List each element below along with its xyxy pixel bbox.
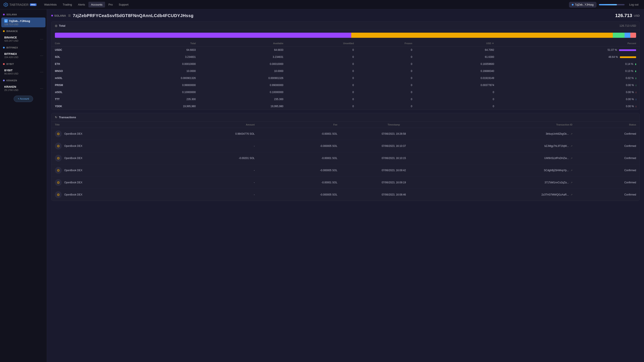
logout-button[interactable]: Log out bbox=[627, 2, 640, 7]
percent-bar bbox=[635, 70, 636, 72]
percent-bar bbox=[636, 77, 636, 79]
table-row: YDDK 19,995,980 19,995,980 0 0 0 0.00 % bbox=[52, 103, 640, 110]
coin-total: 10.0000 bbox=[112, 68, 199, 75]
tx-title: ⚙ OpenBook DEX bbox=[52, 128, 169, 140]
table-row: stSOL 0.10000000 0.10000000 0 0 0 0.00 % bbox=[52, 89, 640, 96]
sidebar-item-kraken[interactable]: KRAKEN 29.1700 USD ⋯ bbox=[1, 83, 46, 93]
coin-name: stSOL bbox=[52, 89, 112, 96]
kraken-menu-icon[interactable]: ⋯ bbox=[40, 86, 43, 90]
nav-trading[interactable]: Trading bbox=[60, 2, 75, 7]
col-available: Available bbox=[199, 40, 287, 46]
tx-id: UW9riSLbfPxDHZw... ↗ bbox=[447, 152, 576, 164]
tx-link-icon[interactable]: ↗ bbox=[570, 157, 572, 160]
account-header: SOLANA ☰ 7zjZebPRFYCeaSsvfSdGT8FNnQAnnLC… bbox=[51, 13, 640, 18]
add-account-label: + Account bbox=[18, 97, 29, 100]
tx-icon: ⚙ bbox=[55, 155, 62, 162]
table-row: ETH 0.00010000 0.00010000 0 0 0.18359600… bbox=[52, 61, 640, 68]
tx-col-amount: Amount bbox=[169, 122, 258, 128]
coin-name: SOL bbox=[52, 53, 112, 61]
tx-timestamp: 07/06/2023, 19:28:58 bbox=[341, 128, 447, 140]
coin-frozen: 0 bbox=[357, 103, 416, 110]
coin-name: USDC bbox=[52, 46, 112, 53]
transactions-table: Title Amount Fee Timestamp Transaction I… bbox=[52, 122, 640, 201]
tx-fee: -0.00001 SOL bbox=[258, 152, 341, 164]
percent-bar bbox=[619, 49, 636, 51]
logo-text: TABTRADER bbox=[10, 3, 28, 6]
col-unsettled: Unsettled bbox=[287, 40, 357, 46]
coin-usd: 0.01919149 bbox=[416, 75, 498, 82]
tx-col-txid: Transaction ID bbox=[447, 122, 576, 128]
list-item: ⚙ OpenBook DEX - -0.00001 SOL 07/06/2023… bbox=[52, 177, 640, 189]
tx-icon: ⚙ bbox=[55, 167, 62, 174]
coin-total: 0.000901326 bbox=[112, 75, 199, 82]
total-card-title: ◎ Total bbox=[55, 24, 65, 27]
nav-accounts[interactable]: Accounts bbox=[88, 2, 105, 7]
nav-alerts[interactable]: Alerts bbox=[76, 2, 88, 7]
account-header-left: SOLANA ☰ 7zjZebPRFYCeaSsvfSdGT8FNnQAnnLC… bbox=[51, 13, 194, 18]
solana-wallet-icon: ◈ bbox=[4, 19, 8, 23]
tx-timestamp: 07/06/2023, 16:09:42 bbox=[341, 164, 447, 177]
binance-menu-icon[interactable]: ⋯ bbox=[40, 37, 43, 41]
tx-id: 2z3TH37MWQGzAaR... ↗ bbox=[447, 189, 576, 201]
bybit-dot bbox=[3, 63, 5, 65]
tx-timestamp: 07/06/2023, 16:08:46 bbox=[341, 189, 447, 201]
total-card: ◎ Total 126.713 USD Coin Total bbox=[51, 21, 640, 110]
tx-status: Confirmed bbox=[576, 140, 640, 152]
col-total: Total bbox=[112, 40, 199, 46]
tx-link-icon[interactable]: ↗ bbox=[570, 145, 572, 147]
tx-link-icon[interactable]: ↗ bbox=[570, 181, 572, 184]
sidebar-item-binance[interactable]: BINANCE 420.247 USD ⋯ bbox=[1, 34, 46, 44]
network-label: SOLANA ☰ bbox=[51, 14, 71, 17]
tx-link-icon[interactable]: ↗ bbox=[570, 193, 572, 196]
nav-pro[interactable]: Pro bbox=[106, 2, 115, 7]
list-item: ⚙ OpenBook DEX - -0.000005 SOL 07/06/202… bbox=[52, 140, 640, 152]
pro-badge: PRO bbox=[30, 3, 36, 6]
sidebar-item-bybit[interactable]: BYBIT 86.6643 USD ⋯ bbox=[1, 67, 46, 77]
bybit-menu-icon[interactable]: ⋯ bbox=[40, 70, 43, 74]
col-usd[interactable]: USD ▼ bbox=[416, 40, 498, 46]
nav-watchlists[interactable]: Watchlists bbox=[42, 2, 59, 7]
coin-usd: 0 bbox=[416, 96, 498, 103]
tx-col-timestamp: Timestamp bbox=[341, 122, 447, 128]
sidebar-group-bitfinex: BITFINEX bbox=[0, 44, 47, 50]
coin-unsettled: 0 bbox=[287, 53, 357, 61]
sidebar-item-bitfinex[interactable]: BITFINEX 154.428 USD ⋯ bbox=[1, 50, 46, 60]
tx-id: SCdghBjZ8AWvpYp... ↗ bbox=[447, 164, 576, 177]
bar-usdc bbox=[55, 33, 351, 38]
nav-support[interactable]: Support bbox=[116, 2, 131, 7]
bar-ttt bbox=[624, 33, 630, 38]
tx-title: ⚙ OpenBook DEX bbox=[52, 164, 169, 177]
bitfinex-menu-icon[interactable]: ⋯ bbox=[40, 53, 43, 57]
coin-frozen: 0 bbox=[357, 61, 416, 68]
sidebar-item-name: 7zjZeb...YJHssg bbox=[9, 19, 30, 23]
tx-timestamp: 07/06/2023, 16:10:15 bbox=[341, 152, 447, 164]
tx-title: ⚙ OpenBook DEX bbox=[52, 177, 169, 189]
tx-icon: ⚙ bbox=[55, 143, 62, 149]
bitfinex-dot bbox=[3, 47, 5, 48]
settings-icon[interactable]: ☰ bbox=[68, 14, 71, 17]
coin-unsettled: 0 bbox=[287, 75, 357, 82]
svg-marker-1 bbox=[5, 4, 7, 6]
logo[interactable]: TABTRADER PRO bbox=[4, 2, 36, 7]
add-account-button[interactable]: + Account bbox=[14, 96, 33, 102]
percent-bar bbox=[635, 63, 636, 65]
bar-sol bbox=[351, 33, 613, 38]
coin-percent: 0.13 % bbox=[498, 68, 640, 75]
transactions-card-header: ↻ Transactions bbox=[52, 113, 640, 122]
binance-dot bbox=[3, 30, 5, 32]
transactions-title: ↻ Transactions bbox=[55, 116, 76, 119]
tx-amount: - bbox=[169, 140, 258, 152]
account-selector-button[interactable]: 7zjZeb...YJHssg bbox=[569, 2, 596, 7]
tx-link-icon[interactable]: ↗ bbox=[570, 133, 572, 135]
tx-icon: ⚙ bbox=[55, 179, 62, 186]
tx-fee: -0.000005 SOL bbox=[258, 140, 341, 152]
col-coin: Coin bbox=[52, 40, 112, 46]
kraken-dot bbox=[3, 80, 5, 81]
sidebar-item-solana-wallet[interactable]: ◈ 7zjZeb...YJHssg 126.713 USD bbox=[1, 17, 46, 27]
tx-link-icon[interactable]: ↗ bbox=[570, 169, 572, 172]
coins-table: Coin Total Available Unsettled Frozen US… bbox=[52, 40, 640, 110]
coin-percent: 0.14 % bbox=[498, 61, 640, 68]
coin-usd: 0 bbox=[416, 103, 498, 110]
coin-frozen: 0 bbox=[357, 82, 416, 89]
table-row: PRISM 0.99000000 0.99000000 0 0 0.003778… bbox=[52, 82, 640, 89]
